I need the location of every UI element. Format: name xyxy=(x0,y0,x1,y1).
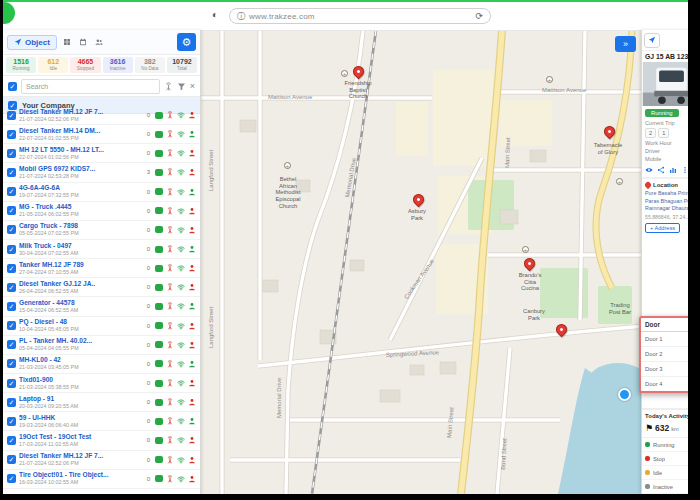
vehicle-row[interactable]: ✓ Diesel Tanker MH.12 JF 7... 21-07-2024… xyxy=(3,106,200,125)
vehicle-checkbox[interactable]: ✓ xyxy=(7,417,16,426)
vehicle-row[interactable]: ✓ Laptop - 91 20-03-2024 09:20:55 AM 0 xyxy=(3,393,200,412)
tab-object[interactable]: Object xyxy=(7,35,57,50)
map-pin-icon[interactable] xyxy=(351,64,367,80)
status-stat[interactable]: 1516 Running xyxy=(6,57,36,73)
frame-bar-right xyxy=(688,0,700,500)
status-stat[interactable]: 4665 Stopped xyxy=(70,57,100,73)
vehicle-name[interactable]: 4G-6A-4G-6A xyxy=(19,184,142,192)
vehicle-checkbox[interactable]: ✓ xyxy=(7,455,16,464)
vehicle-name[interactable]: MH 12 LT 5550 - MH.12 LT... xyxy=(19,146,142,154)
vehicle-row[interactable]: ✓ Tanker MH.12 JF 789 27-04-2024 07:10:5… xyxy=(3,259,200,278)
vehicle-row[interactable]: ✓ 4G-6A-4G-6A 19-07-2024 07:32:55 PM 0 xyxy=(3,183,200,202)
map-pin-icon[interactable] xyxy=(554,322,570,338)
tab-grid[interactable] xyxy=(61,37,73,47)
search-input[interactable] xyxy=(21,79,160,94)
vehicle-name[interactable]: 19Oct Test - 19Oct Test xyxy=(19,433,142,441)
vehicle-name[interactable]: Milk Truck - 0497 xyxy=(19,242,142,250)
filter-icon[interactable] xyxy=(177,82,186,91)
vehicle-checkbox[interactable]: ✓ xyxy=(7,149,16,158)
status-stat[interactable]: 3616 Inactive xyxy=(103,57,133,73)
vehicle-row[interactable]: ✓ PQ - Diesel - 48 10-04-2024 05:45:05 P… xyxy=(3,317,200,336)
vehicle-last-update: 21-07-2024 02:52:06 PM xyxy=(19,116,142,123)
vehicle-row[interactable]: ✓ Cargo Truck - 7898 05-05-2024 07:02:55… xyxy=(3,221,200,240)
vehicle-checkbox[interactable]: ✓ xyxy=(7,283,16,292)
vehicle-checkbox[interactable]: ✓ xyxy=(7,206,16,215)
vehicle-checkbox[interactable]: ✓ xyxy=(7,474,16,483)
vehicle-name[interactable]: Generator - 44578 xyxy=(19,299,142,307)
vehicle-last-update: 27-04-2024 07:10:55 AM xyxy=(19,269,142,276)
vehicle-name[interactable]: Diesel Tanker GJ.12 JA.. xyxy=(19,280,142,288)
select-all-checkbox[interactable]: ✓ xyxy=(8,82,17,91)
map-pin-icon[interactable] xyxy=(411,192,427,208)
vehicle-row[interactable]: ✓ MH-KL00 - 42 21-03-2024 03:45:05 PM 0 xyxy=(3,355,200,374)
driver-icon xyxy=(188,111,196,119)
vehicle-name[interactable]: Diesel Tanker MH.12 JF 7... xyxy=(19,108,142,116)
vehicle-row[interactable]: ✓ Tire Object!01 - Tire Object... 16-03-… xyxy=(3,470,200,489)
vehicle-checkbox[interactable]: ✓ xyxy=(7,245,16,254)
trip-stat-chip: 2 xyxy=(645,128,656,138)
vehicle-row[interactable]: ✓ Diesel Tanker MH.14 DM... 22-07-2024 0… xyxy=(3,125,200,144)
gps-filter-icon[interactable] xyxy=(164,82,173,91)
locate-button[interactable] xyxy=(644,33,660,48)
map-pin-icon[interactable] xyxy=(602,124,618,140)
vehicle-checkbox[interactable]: ✓ xyxy=(7,321,16,330)
vehicle-row[interactable]: ✓ 59 - UI-HHK 19-03-2024 06:06:40 AM 0 xyxy=(3,412,200,431)
theme-toggle-icon[interactable]: ◐ xyxy=(212,9,218,20)
vehicle-checkbox[interactable]: ✓ xyxy=(7,436,16,445)
vehicle-row[interactable]: ✓ PL - Tanker MH. 40.02... 05-04-2024 04… xyxy=(3,336,200,355)
status-stat[interactable]: 10792 Total xyxy=(167,57,197,73)
vehicle-checkbox[interactable]: ✓ xyxy=(7,225,16,234)
nav-cursor-icon xyxy=(648,36,656,44)
share-button[interactable] xyxy=(657,166,665,174)
tab-calendar[interactable] xyxy=(77,37,89,47)
vehicle-row[interactable]: ✓ 19Oct Test - 19Oct Test 17-03-2024 11:… xyxy=(3,431,200,450)
vehicle-checkbox[interactable]: ✓ xyxy=(7,187,16,196)
vehicle-name[interactable]: 59 - UI-HHK xyxy=(19,414,142,422)
vehicle-row[interactable]: ✓ Mobil GPS 6972 KIDS7... 21-07-2024 02:… xyxy=(3,163,200,182)
vehicle-checkbox[interactable]: ✓ xyxy=(7,130,16,139)
vehicle-name[interactable]: PL - Tanker MH. 40.02... xyxy=(19,337,142,345)
vehicle-row[interactable]: ✓ Tixd01-900 21-03-2024 05:38:55 PM 0 xyxy=(3,374,200,393)
chart-button[interactable] xyxy=(669,166,677,174)
vehicle-name[interactable]: MG - Truck .4445 xyxy=(19,203,142,211)
vehicle-name[interactable]: Laptop - 91 xyxy=(19,395,142,403)
vehicle-name[interactable]: Cargo Truck - 7898 xyxy=(19,222,142,230)
add-address-button[interactable]: + Address xyxy=(645,223,680,233)
vehicle-name[interactable]: MH-KL00 - 42 xyxy=(19,356,142,364)
map-pin-icon[interactable] xyxy=(522,256,538,272)
site-info-icon[interactable]: ⓘ xyxy=(237,11,245,22)
stat-label: Running xyxy=(6,66,36,72)
vehicle-row[interactable]: ✓ Generator - 44578 15-04-2024 06:52:55 … xyxy=(3,297,200,316)
vehicle-name[interactable]: Diesel Tanker MH.12 JF 7... xyxy=(19,452,142,460)
reload-icon[interactable]: ⟳ xyxy=(475,11,483,21)
vehicle-row[interactable]: ✓ Milk Truck - 0497 30-04-2024 07:02:55 … xyxy=(3,240,200,259)
vehicle-name[interactable]: Diesel Tanker MH.14 DM... xyxy=(19,127,142,135)
vehicle-name[interactable]: Tire Object!01 - Tire Object... xyxy=(19,471,142,479)
vehicle-name[interactable]: Mobil GPS 6972 KIDS7... xyxy=(19,165,142,173)
vehicle-checkbox[interactable]: ✓ xyxy=(7,111,16,120)
vehicle-row[interactable]: ✓ MH 12 LT 5550 - MH.12 LT... 22-07-2024… xyxy=(3,144,200,163)
vehicle-row[interactable]: ✓ MG - Truck .4445 21-05-2024 06:02:55 P… xyxy=(3,202,200,221)
vehicle-name[interactable]: Tixd01-900 xyxy=(19,376,142,384)
address-bar[interactable]: ⓘ www.trakzee.com ⟳ xyxy=(229,8,491,24)
status-stat[interactable]: 612 Idle xyxy=(38,57,68,73)
vehicle-checkbox[interactable]: ✓ xyxy=(7,359,16,368)
vehicle-checkbox[interactable]: ✓ xyxy=(7,340,16,349)
collapse-panel-button[interactable]: » xyxy=(615,36,636,52)
status-stat[interactable]: 382 No Data xyxy=(135,57,165,73)
clear-filter-icon[interactable]: × xyxy=(190,81,195,91)
search-row: ✓ × xyxy=(3,76,200,97)
vehicle-checkbox[interactable]: ✓ xyxy=(7,168,16,177)
vehicle-checkbox[interactable]: ✓ xyxy=(7,264,16,273)
tab-drivers[interactable] xyxy=(93,37,105,47)
vehicle-row[interactable]: ✓ Diesel Tanker GJ.12 JA.. 26-04-2024 06… xyxy=(3,278,200,297)
map-canvas[interactable]: Langford StreetLangford StreetMattison A… xyxy=(200,30,645,494)
vehicle-name[interactable]: Tanker MH.12 JF 789 xyxy=(19,261,142,269)
vehicle-checkbox[interactable]: ✓ xyxy=(7,398,16,407)
eye-button[interactable] xyxy=(645,166,653,174)
settings-button[interactable]: ⚙ xyxy=(177,33,196,51)
vehicle-name[interactable]: PQ - Diesel - 48 xyxy=(19,318,142,326)
vehicle-checkbox[interactable]: ✓ xyxy=(7,379,16,388)
vehicle-row[interactable]: ✓ Diesel Tanker MH.12 JF 7... 21-07-2024… xyxy=(3,451,200,470)
vehicle-checkbox[interactable]: ✓ xyxy=(7,302,16,311)
